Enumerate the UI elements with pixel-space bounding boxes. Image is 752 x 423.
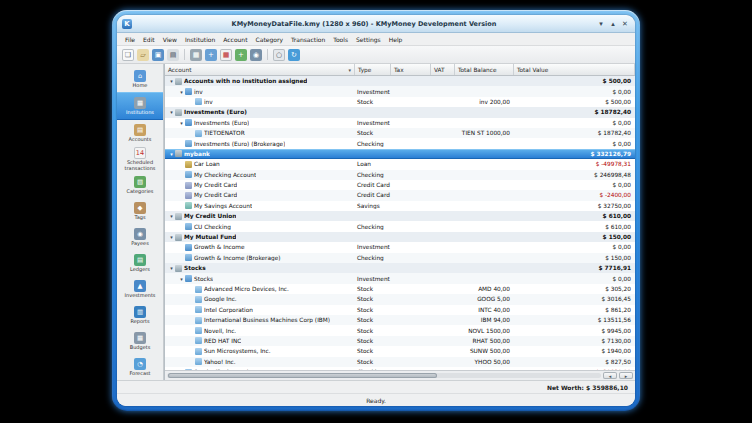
account-row-international-business-machines-corp-ibm[interactable]: International Business Machines Corp (IB… [165,315,635,325]
sidebar-item-label: Forecast [129,371,150,377]
sidebar-item-scheduled-transactions[interactable]: 14Scheduled transactions [117,146,163,172]
sidebar-item-tags[interactable]: ◆Tags [117,198,163,224]
minimize-button[interactable]: ▾ [596,19,606,29]
cell-type: Checking [355,141,391,147]
account-row-advanced-micro-devices-inc[interactable]: Advanced Micro Devices, Inc.StockAMD 40,… [165,284,635,294]
cell-total-value: $ 18782,40 [514,130,635,136]
menu-help[interactable]: Help [385,36,407,43]
expander-icon[interactable]: ▾ [168,151,175,157]
cell-total-value: $ 246998,48 [514,172,635,178]
sidebar-item-categories[interactable]: ▧Categories [117,172,163,198]
menu-tools[interactable]: Tools [329,36,352,43]
sidebar-item-ledgers[interactable]: ▤Ledgers [117,250,163,276]
new-file-icon[interactable]: ❏ [122,49,134,61]
account-row-tietoenator[interactable]: TIETOENATORStockTIEN ST 1000,00$ 18782,4… [165,128,635,138]
sidebar-item-forecast[interactable]: ◔Forecast [117,354,163,380]
expander-icon[interactable]: ▾ [178,276,185,282]
new-payee-icon[interactable]: ◉ [250,49,262,61]
sidebar-item-accounts[interactable]: ▤Accounts [117,120,163,146]
account-row-my-savings-account[interactable]: My Savings AccountSavings$ 32750,00 [165,201,635,211]
account-row-stocks[interactable]: ▾Stocks$ 7716,91 [165,263,635,273]
expander-icon[interactable]: ▾ [168,265,175,271]
account-row-growth-income[interactable]: Growth & IncomeInvestment$ 0,00 [165,242,635,252]
new-account-icon[interactable]: + [205,49,217,61]
print-icon[interactable]: ▤ [167,49,179,61]
account-row-my-credit-card[interactable]: My Credit CardCredit Card$ -2400,00 [165,190,635,200]
menu-edit[interactable]: Edit [139,36,159,43]
expander-icon[interactable]: ▾ [178,120,185,126]
account-row-investments-euro-brokerage[interactable]: Investments (Euro) (Brokerage)Checking$ … [165,138,635,148]
account-row-novell-inc[interactable]: Novell, Inc.StockNOVL 1500,00$ 9945,00 [165,325,635,335]
expander-icon[interactable]: ▾ [168,213,175,219]
titlebar[interactable]: K KMyMoneyDataFile.kmy (1280 x 960) - KM… [117,15,635,33]
cell-account: ▾My Credit Union [165,213,355,220]
cell-account: TIETOENATOR [165,130,355,137]
account-row-growth-income-brokerage[interactable]: Growth & Income (Brokerage)Checking$ 150… [165,253,635,263]
cell-account: My Credit Card [165,182,355,189]
column-header-type[interactable]: Type [355,64,391,75]
sidebar-item-reports[interactable]: ▥Reports [117,302,163,328]
cell-total-value: $ 0,00 [514,141,635,147]
expander-icon[interactable]: ▾ [168,234,175,240]
column-header-tax[interactable]: Tax [391,64,431,75]
account-row-investments-euro[interactable]: ▾Investments (Euro)Investment$ 0,00 [165,118,635,128]
scroll-left-button[interactable]: ◂ [603,372,617,379]
scrollbar-thumb[interactable] [168,373,437,378]
account-row-my-credit-card[interactable]: My Credit CardCredit Card$ 0,00 [165,180,635,190]
find-transaction-icon[interactable]: ○ [273,49,285,61]
open-file-icon[interactable]: ▱ [137,49,149,61]
account-row-car-loan[interactable]: Car LoanLoan$ -49978,31 [165,159,635,169]
menu-view[interactable]: View [159,36,181,43]
menu-transaction[interactable]: Transaction [287,36,329,43]
expander-icon[interactable]: ▾ [168,109,175,115]
sidebar-item-institutions[interactable]: ▦Institutions [117,92,163,120]
new-institution-icon[interactable]: ▦ [190,49,202,61]
save-icon[interactable]: ▣ [152,49,164,61]
expander-icon[interactable]: ▾ [168,78,175,84]
sidebar-item-payees[interactable]: ◉Payees [117,224,163,250]
close-button[interactable]: ✕ [620,19,630,29]
sidebar-item-home[interactable]: ⌂Home [117,66,163,92]
account-row-my-mutual-fund[interactable]: ▾My Mutual Fund$ 150,00 [165,232,635,242]
expander-icon[interactable]: ▾ [178,89,185,95]
cell-total-value: $ 150,00 [514,234,635,240]
account-row-stocks[interactable]: ▾StocksInvestment$ 0,00 [165,273,635,283]
account-row-mybank[interactable]: ▾mybank$ 332126,79 [165,149,635,159]
reports-icon: ▥ [134,306,146,318]
menu-settings[interactable]: Settings [352,36,385,43]
update-prices-icon[interactable]: ↻ [288,49,300,61]
maximize-button[interactable]: ▴ [608,19,618,29]
new-category-icon[interactable]: + [235,49,247,61]
scroll-right-button[interactable]: ▸ [619,372,633,379]
column-header-vat[interactable]: VAT [431,64,455,75]
cell-account: Advanced Micro Devices, Inc. [165,286,355,293]
account-row-cu-checking[interactable]: CU CheckingChecking$ 610,00 [165,221,635,231]
column-header-account[interactable]: Account▾ [165,64,355,75]
account-row-investments-euro[interactable]: ▾Investments (Euro)$ 18782,40 [165,107,635,117]
menu-institution[interactable]: Institution [181,36,219,43]
account-row-accounts-with-no-institution-assigned[interactable]: ▾Accounts with no institution assigned$ … [165,76,635,86]
horizontal-scrollbar[interactable]: ◂ ▸ [165,370,635,380]
desktop-background: K KMyMoneyDataFile.kmy (1280 x 960) - KM… [0,0,752,423]
menu-file[interactable]: File [121,36,139,43]
account-row-sun-microsystems-inc[interactable]: Sun Microsystems, Inc.StockSUNW 500,00$ … [165,346,635,356]
column-header-total-value[interactable]: Total Value [514,64,635,75]
account-row-inv[interactable]: ▾invInvestment$ 0,00 [165,86,635,96]
column-header-total-balance[interactable]: Total Balance [455,64,514,75]
account-row-google-inc[interactable]: Google Inc.StockGOOG 5,00$ 3016,45 [165,294,635,304]
menu-category[interactable]: Category [252,36,287,43]
sidebar-item-investments[interactable]: ▲Investments [117,276,163,302]
account-row-my-credit-union[interactable]: ▾My Credit Union$ 610,00 [165,211,635,221]
sidebar-item-budgets[interactable]: ▦Budgets [117,328,163,354]
menu-account[interactable]: Account [219,36,251,43]
account-row-yahoo-inc[interactable]: Yahoo! Inc.StockYHOO 50,00$ 827,50 [165,357,635,367]
cell-total-balance: IBM 94,00 [455,317,514,323]
account-row-intel-corporation[interactable]: Intel CorporationStockINTC 40,00$ 861,20 [165,305,635,315]
account-row-my-checking-account[interactable]: My Checking AccountChecking$ 246998,48 [165,170,635,180]
new-schedule-icon[interactable]: ▦ [220,49,232,61]
account-name: Advanced Micro Devices, Inc. [204,286,289,292]
cell-account: Investments (Euro) (Brokerage) [165,140,355,147]
account-row-red-hat-inc[interactable]: RED HAT INCStockRHAT 500,00$ 7130,00 [165,336,635,346]
account-row-inv[interactable]: invStockinv 200,00$ 500,00 [165,97,635,107]
scrollbar-track[interactable] [167,373,601,378]
